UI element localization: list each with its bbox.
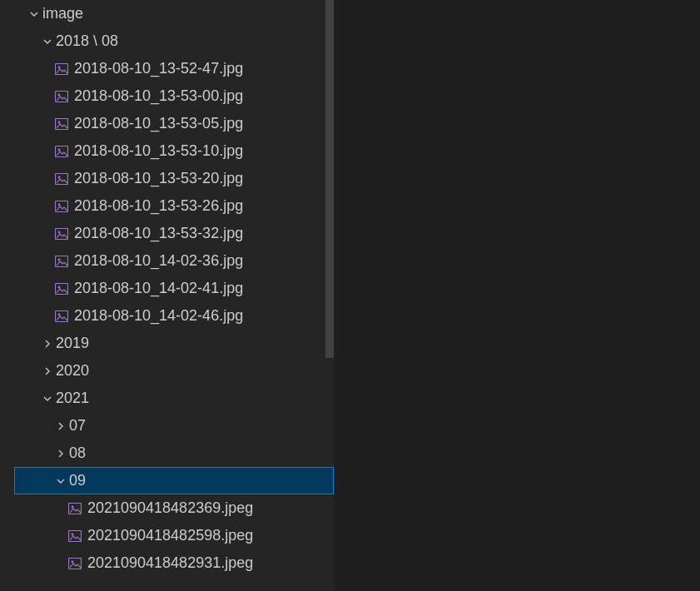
file-label: 2018-08-10_13-53-00.jpg xyxy=(74,82,243,110)
file-label: 2021090418482369.jpeg xyxy=(87,494,253,522)
image-file-icon xyxy=(52,192,71,220)
image-file-icon xyxy=(52,137,71,165)
folder-2019[interactable]: 2019 xyxy=(14,330,334,357)
file-label: 2018-08-10_14-02-36.jpg xyxy=(74,247,243,275)
file-item[interactable]: 2021090418482598.jpeg xyxy=(14,522,334,549)
file-item[interactable]: 2018-08-10_13-53-05.jpg xyxy=(14,110,334,137)
file-label: 2018-08-10_13-53-26.jpg xyxy=(74,192,243,220)
folder-2021-09[interactable]: 09 xyxy=(14,467,334,494)
file-label: 2018-08-10_13-53-20.jpg xyxy=(74,165,243,192)
file-label: 2018-08-10_13-53-10.jpg xyxy=(74,137,243,165)
folder-2021[interactable]: 2021 xyxy=(14,385,334,412)
file-item[interactable]: 2018-08-10_13-52-47.jpg xyxy=(14,55,334,82)
chevron-right-icon[interactable] xyxy=(39,330,56,357)
file-item[interactable]: 2018-08-10_13-53-00.jpg xyxy=(14,82,334,110)
file-item[interactable]: 2018-08-10_13-53-26.jpg xyxy=(14,192,334,220)
chevron-right-icon[interactable] xyxy=(52,412,69,440)
image-file-icon xyxy=(52,247,71,275)
folder-label: 09 xyxy=(69,467,86,494)
file-tree[interactable]: image2018 \ 082018-08-10_13-52-47.jpg201… xyxy=(14,0,334,577)
scrollbar-thumb[interactable] xyxy=(325,0,334,358)
folder-2021-08[interactable]: 08 xyxy=(14,440,334,467)
file-label: 2018-08-10_14-02-46.jpg xyxy=(74,302,243,330)
svg-point-5 xyxy=(58,121,61,123)
chevron-right-icon[interactable] xyxy=(52,440,69,467)
folder-label: 2018 \ 08 xyxy=(56,27,118,55)
folder-label: 2019 xyxy=(56,330,89,357)
image-file-icon xyxy=(52,82,71,110)
folder-label: 08 xyxy=(69,440,86,467)
sidebar-gutter xyxy=(0,0,14,591)
svg-point-11 xyxy=(58,203,61,206)
image-file-icon xyxy=(52,302,71,330)
chevron-down-icon[interactable] xyxy=(52,467,69,494)
svg-point-25 xyxy=(72,560,74,563)
file-label: 2018-08-10_14-02-41.jpg xyxy=(74,275,243,302)
file-item[interactable]: 2021090418482931.jpeg xyxy=(14,549,334,577)
editor-area xyxy=(334,0,700,591)
file-label: 2018-08-10_13-53-05.jpg xyxy=(74,110,243,137)
app-root: image2018 \ 082018-08-10_13-52-47.jpg201… xyxy=(0,0,700,591)
file-item[interactable]: 2018-08-10_14-02-46.jpg xyxy=(14,302,334,330)
file-item[interactable]: 2018-08-10_13-53-10.jpg xyxy=(14,137,334,165)
folder-label: image xyxy=(42,0,83,27)
folder-label: 2021 xyxy=(56,385,89,412)
svg-point-23 xyxy=(72,533,74,535)
file-item[interactable]: 2018-08-10_13-53-32.jpg xyxy=(14,220,334,247)
svg-point-7 xyxy=(58,148,61,151)
folder-2020[interactable]: 2020 xyxy=(14,357,334,385)
folder-label: 07 xyxy=(69,412,86,440)
image-file-icon xyxy=(66,549,84,577)
chevron-down-icon[interactable] xyxy=(39,27,56,55)
file-label: 2018-08-10_13-52-47.jpg xyxy=(74,55,243,82)
file-item[interactable]: 2018-08-10_14-02-36.jpg xyxy=(14,247,334,275)
svg-point-15 xyxy=(58,258,61,261)
explorer-sidebar: image2018 \ 082018-08-10_13-52-47.jpg201… xyxy=(0,0,334,591)
image-file-icon xyxy=(66,522,84,549)
image-file-icon xyxy=(66,494,84,522)
svg-point-13 xyxy=(58,231,61,233)
image-file-icon xyxy=(52,110,71,137)
file-label: 2018-08-10_13-53-32.jpg xyxy=(74,220,243,247)
image-file-icon xyxy=(52,220,71,247)
folder-label: 2020 xyxy=(56,357,89,385)
chevron-down-icon[interactable] xyxy=(26,0,42,27)
folder-2021-07[interactable]: 07 xyxy=(14,412,334,440)
svg-point-17 xyxy=(58,286,61,288)
svg-point-19 xyxy=(58,313,61,315)
image-file-icon xyxy=(52,55,71,82)
chevron-down-icon[interactable] xyxy=(39,385,56,412)
file-label: 2021090418482931.jpeg xyxy=(87,549,253,577)
file-item[interactable]: 2018-08-10_13-53-20.jpg xyxy=(14,165,334,192)
image-file-icon xyxy=(52,165,71,192)
folder-image[interactable]: image xyxy=(14,0,334,27)
file-item[interactable]: 2018-08-10_14-02-41.jpg xyxy=(14,275,334,302)
svg-point-3 xyxy=(58,93,61,96)
folder-2018-08[interactable]: 2018 \ 08 xyxy=(14,27,334,55)
file-label: 2021090418482598.jpeg xyxy=(87,522,253,549)
svg-point-21 xyxy=(72,505,74,508)
svg-point-1 xyxy=(58,66,61,68)
chevron-right-icon[interactable] xyxy=(39,357,56,385)
svg-point-9 xyxy=(58,176,61,178)
image-file-icon xyxy=(52,275,71,302)
file-item[interactable]: 2021090418482369.jpeg xyxy=(14,494,334,522)
